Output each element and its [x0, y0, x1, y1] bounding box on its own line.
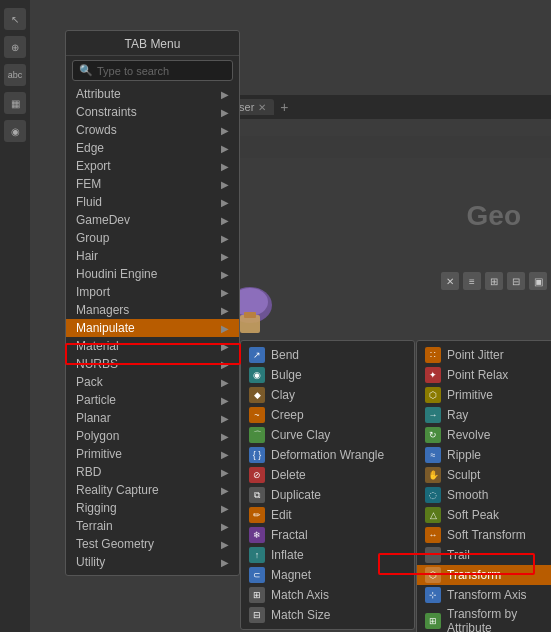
submenu-edit[interactable]: ✏ Edit	[241, 505, 414, 525]
menu-item-crowds[interactable]: Crowds ▶	[66, 121, 239, 139]
menu-item-utility[interactable]: Utility ▶	[66, 553, 239, 571]
search-placeholder: Type to search	[97, 65, 169, 77]
submenu2-sculpt[interactable]: ✋ Sculpt	[417, 465, 551, 485]
submenu2-transform[interactable]: ⬡ Transform	[417, 565, 551, 585]
submenu2-point-relax[interactable]: ✦ Point Relax	[417, 365, 551, 385]
submenu-match-size[interactable]: ⊟ Match Size	[241, 605, 414, 625]
menu-item-polygon[interactable]: Polygon ▶	[66, 427, 239, 445]
menu-item-rigging-arrow: ▶	[221, 503, 229, 514]
submenu-match-axis[interactable]: ⊞ Match Axis	[241, 585, 414, 605]
tab-menu-search-bar[interactable]: 🔍 Type to search	[72, 60, 233, 81]
submenu2-trail[interactable]: ⋯ Trail	[417, 545, 551, 565]
menu-item-fem-label: FEM	[76, 177, 101, 191]
menu-item-pack[interactable]: Pack ▶	[66, 373, 239, 391]
menu-item-manipulate[interactable]: Manipulate ▶	[66, 319, 239, 337]
submenu-bulge[interactable]: ◉ Bulge	[241, 365, 414, 385]
submenu-deformation-wrangle[interactable]: { } Deformation Wrangle	[241, 445, 414, 465]
submenu-delete-label: Delete	[271, 468, 306, 482]
menu-item-constraints-arrow: ▶	[221, 107, 229, 118]
submenu2-ripple[interactable]: ≈ Ripple	[417, 445, 551, 465]
menu-item-planar-label: Planar	[76, 411, 111, 425]
menu-item-terrain[interactable]: Terrain ▶	[66, 517, 239, 535]
menu-item-edge[interactable]: Edge ▶	[66, 139, 239, 157]
submenu-bulge-label: Bulge	[271, 368, 302, 382]
menu-item-group[interactable]: Group ▶	[66, 229, 239, 247]
submenu2-point-jitter-label: Point Jitter	[447, 348, 504, 362]
toolbar-icon-grid2[interactable]: ⊞	[485, 272, 503, 290]
menu-item-fluid[interactable]: Fluid ▶	[66, 193, 239, 211]
menu-item-constraints[interactable]: Constraints ▶	[66, 103, 239, 121]
bulge-icon: ◉	[249, 367, 265, 383]
menu-item-reality-capture[interactable]: Reality Capture ▶	[66, 481, 239, 499]
menu-item-houdini-engine[interactable]: Houdini Engine ▶	[66, 265, 239, 283]
submenu2-smooth[interactable]: ◌ Smooth	[417, 485, 551, 505]
menu-item-nurbs[interactable]: NURBS ▶	[66, 355, 239, 373]
image-icon[interactable]: ▦	[4, 92, 26, 114]
menu-item-export[interactable]: Export ▶	[66, 157, 239, 175]
menu-item-primitive-arrow: ▶	[221, 449, 229, 460]
submenu2-transform-by-attribute[interactable]: ⊞ Transform by Attribute	[417, 605, 551, 632]
submenu2-transform-by-attribute-label: Transform by Attribute	[447, 607, 551, 632]
submenu-curve-clay-label: Curve Clay	[271, 428, 330, 442]
submenu2-transform-axis[interactable]: ⊹ Transform Axis	[417, 585, 551, 605]
submenu-inflate[interactable]: ↑ Inflate	[241, 545, 414, 565]
menu-item-rbd[interactable]: RBD ▶	[66, 463, 239, 481]
menu-item-edge-arrow: ▶	[221, 143, 229, 154]
menu-item-import[interactable]: Import ▶	[66, 283, 239, 301]
menu-item-particle[interactable]: Particle ▶	[66, 391, 239, 409]
submenu2-smooth-label: Smooth	[447, 488, 488, 502]
menu-item-particle-label: Particle	[76, 393, 116, 407]
submenu-manipulate-col2: ∷ Point Jitter ✦ Point Relax ⬡ Primitive…	[416, 340, 551, 632]
submenu2-soft-peak[interactable]: △ Soft Peak	[417, 505, 551, 525]
submenu-duplicate-label: Duplicate	[271, 488, 321, 502]
submenu2-ray[interactable]: → Ray	[417, 405, 551, 425]
menu-item-planar[interactable]: Planar ▶	[66, 409, 239, 427]
menu-item-attribute[interactable]: Attribute ▶	[66, 85, 239, 103]
toolbar-icon-wrench[interactable]: ✕	[441, 272, 459, 290]
submenu-bend[interactable]: ↗ Bend	[241, 345, 414, 365]
menu-item-fem[interactable]: FEM ▶	[66, 175, 239, 193]
menu-item-rigging[interactable]: Rigging ▶	[66, 499, 239, 517]
magnet-icon: ⊂	[249, 567, 265, 583]
menu-item-material[interactable]: Material ▶	[66, 337, 239, 355]
submenu2-primitive[interactable]: ⬡ Primitive	[417, 385, 551, 405]
svg-rect-3	[244, 312, 256, 318]
toolbar-icon-grid3[interactable]: ⊟	[507, 272, 525, 290]
menu-item-reality-capture-arrow: ▶	[221, 485, 229, 496]
text-icon[interactable]: abc	[4, 64, 26, 86]
menu-item-gamedev[interactable]: GameDev ▶	[66, 211, 239, 229]
submenu-creep[interactable]: ~ Creep	[241, 405, 414, 425]
menu-item-edge-label: Edge	[76, 141, 104, 155]
tab-menu: TAB Menu 🔍 Type to search Attribute ▶ Co…	[65, 30, 240, 576]
menu-item-hair[interactable]: Hair ▶	[66, 247, 239, 265]
submenu2-soft-transform[interactable]: ↔ Soft Transform	[417, 525, 551, 545]
toolbar-icon-grid4[interactable]: ▣	[529, 272, 547, 290]
toolbar-icon-grid1[interactable]: ≡	[463, 272, 481, 290]
pin-icon[interactable]: ◉	[4, 120, 26, 142]
submenu2-transform-label: Transform	[447, 568, 501, 582]
submenu-fractal[interactable]: ❄ Fractal	[241, 525, 414, 545]
submenu-clay[interactable]: ◆ Clay	[241, 385, 414, 405]
trail-icon: ⋯	[425, 547, 441, 563]
submenu-delete[interactable]: ⊘ Delete	[241, 465, 414, 485]
tab-add-button[interactable]: +	[276, 99, 292, 115]
submenu2-point-jitter[interactable]: ∷ Point Jitter	[417, 345, 551, 365]
menu-item-fluid-label: Fluid	[76, 195, 102, 209]
submenu-curve-clay[interactable]: ⌒ Curve Clay	[241, 425, 414, 445]
menu-item-primitive[interactable]: Primitive ▶	[66, 445, 239, 463]
submenu2-soft-peak-label: Soft Peak	[447, 508, 499, 522]
cursor-icon[interactable]: ↖	[4, 8, 26, 30]
menu-item-managers[interactable]: Managers ▶	[66, 301, 239, 319]
menu-item-planar-arrow: ▶	[221, 413, 229, 424]
menu-item-particle-arrow: ▶	[221, 395, 229, 406]
menu-item-constraints-label: Constraints	[76, 105, 137, 119]
menu-item-utility-arrow: ▶	[221, 557, 229, 568]
move-icon[interactable]: ⊕	[4, 36, 26, 58]
tab-asset-browser-close[interactable]: ✕	[258, 102, 266, 113]
submenu2-revolve[interactable]: ↻ Revolve	[417, 425, 551, 445]
submenu-duplicate[interactable]: ⧉ Duplicate	[241, 485, 414, 505]
submenu-bend-label: Bend	[271, 348, 299, 362]
submenu2-sculpt-label: Sculpt	[447, 468, 480, 482]
submenu-magnet[interactable]: ⊂ Magnet	[241, 565, 414, 585]
menu-item-test-geometry[interactable]: Test Geometry ▶	[66, 535, 239, 553]
